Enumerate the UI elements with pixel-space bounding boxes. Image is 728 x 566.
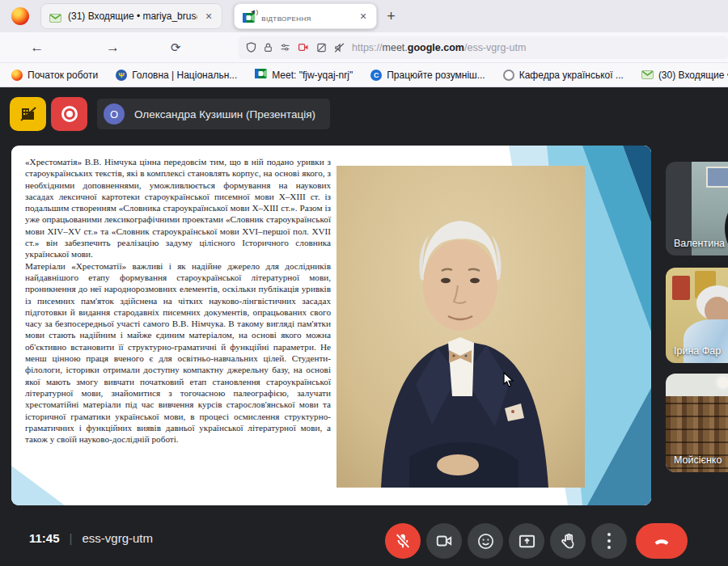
participant-tile[interactable]: Мойсієнко <box>666 374 728 472</box>
more-options-icon <box>607 533 611 549</box>
tab-inbox[interactable]: (31) Входящие • mariya_brus@ × <box>40 3 222 29</box>
meeting-code: ess-vgrg-utm <box>82 531 153 545</box>
close-icon[interactable]: × <box>204 10 214 23</box>
present-screen-icon <box>518 532 536 551</box>
raise-hand-icon <box>559 532 578 551</box>
tab-inbox-label: (31) Входящие • mariya_brus@ <box>68 11 197 22</box>
firefox-icon <box>11 70 23 81</box>
browser-tab-bar: (31) Входящие • mariya_brus@ × ◄) Meet: … <box>0 0 728 32</box>
reload-button[interactable]: ⟳ <box>164 40 187 55</box>
forward-button[interactable]: → <box>102 40 125 56</box>
browser-toolbar: ← → ⟳ https://meet.google.com/ess-vgrg-u… <box>0 32 728 63</box>
divider: | <box>70 531 73 545</box>
autoplay-blocked-icon[interactable] <box>333 42 345 53</box>
trident-icon: Ψ <box>116 70 127 81</box>
bookmark-national[interactable]: ΨГоловна | Національн... <box>116 70 237 81</box>
participant-tile[interactable]: Ірина Фар <box>666 268 728 363</box>
permissions-sliders-icon[interactable] <box>279 42 291 53</box>
bookmark-work-smarter[interactable]: СПрацюйте розумніш... <box>370 70 485 81</box>
camera-icon <box>435 532 453 550</box>
url-host: google.com <box>408 42 464 53</box>
meet-bottom-bar: 11:45 | ess-vgrg-utm <box>0 509 728 566</box>
more-options-button[interactable] <box>591 523 627 559</box>
tab-meet-title: Meet: "ess-vgrg-utm" <box>261 0 352 15</box>
mic-muted-icon <box>394 532 412 550</box>
meet-icon <box>255 69 267 81</box>
url-path: /ess-vgrg-utm <box>464 42 526 53</box>
url-subdomain: meet. <box>383 42 408 53</box>
call-controls <box>385 523 688 559</box>
close-icon[interactable]: × <box>358 10 368 23</box>
presentation-slide[interactable]: «Хрестоматія» В.В. Німчука цінна передов… <box>11 146 651 505</box>
bookmark-department[interactable]: Кафедра української ... <box>503 70 624 81</box>
building-slash-icon <box>19 105 38 123</box>
url-bar[interactable]: https://meet.google.com/ess-vgrg-utm <box>239 36 728 59</box>
end-call-button[interactable] <box>636 523 688 559</box>
mail-icon <box>641 69 654 82</box>
presenter-pill[interactable]: О Олександра Кузишин (Презентація) <box>97 99 330 129</box>
tab-audio-playing-icon: ◄) <box>250 8 259 15</box>
bookmarks-bar: Початок роботи ΨГоловна | Національн... … <box>0 63 728 87</box>
meet-page: О Олександра Кузишин (Презентація) «Хрес… <box>0 87 728 566</box>
lock-icon[interactable] <box>263 42 273 53</box>
record-extension-button[interactable] <box>51 97 87 131</box>
end-call-icon <box>651 530 672 551</box>
portrait-photo <box>336 166 585 488</box>
camera-permission-icon[interactable] <box>297 42 310 53</box>
participant-name: Валентина <box>674 238 725 249</box>
tab-meet[interactable]: ◄) Meet: "ess-vgrg-utm" ВІДТВОРЕННЯ × <box>234 3 377 29</box>
camera-button[interactable] <box>426 523 462 559</box>
participant-tile[interactable]: Валентина <box>666 162 728 256</box>
letter-c-icon: С <box>370 70 382 81</box>
slide-paragraph: «Хрестоматія» В.В. Німчука цінна передов… <box>25 156 331 260</box>
present-screen-button[interactable] <box>509 523 544 559</box>
slide-text-block: «Хрестоматія» В.В. Німчука цінна передов… <box>25 156 331 445</box>
back-button[interactable]: ← <box>26 40 49 56</box>
bookmark-inbox[interactable]: (30) Входящие • mariy... <box>641 69 728 82</box>
mic-mute-button[interactable] <box>385 523 421 559</box>
popup-blocked-icon[interactable] <box>315 42 328 53</box>
presenter-name: Олександра Кузишин (Презентація) <box>134 108 315 120</box>
url-text: https://meet.google.com/ess-vgrg-utm <box>352 42 526 53</box>
participant-name: Ірина Фар <box>674 345 721 357</box>
participant-name: Мойсієнко <box>674 454 722 466</box>
yellow-extension-button[interactable] <box>10 97 46 131</box>
raise-hand-button[interactable] <box>550 523 586 559</box>
bookmark-getting-started[interactable]: Початок роботи <box>11 70 98 81</box>
slide-paragraph: Матеріали «Хрестоматії» важливі і як над… <box>25 260 331 446</box>
reactions-smile-icon <box>476 532 495 551</box>
presenter-avatar: О <box>104 103 125 125</box>
firefox-logo-icon <box>11 7 29 25</box>
mail-icon <box>49 11 61 22</box>
bookmark-meet[interactable]: Meet: "fjw-yqaj-nrj" <box>255 69 353 81</box>
meet-icon: ◄) <box>243 11 255 22</box>
url-scheme: https:// <box>352 42 383 53</box>
new-tab-button[interactable]: + <box>387 8 396 25</box>
clock-time: 11:45 <box>29 531 60 545</box>
shield-icon[interactable] <box>245 41 257 53</box>
reactions-button[interactable] <box>468 523 503 559</box>
ring-icon <box>503 70 514 81</box>
mouse-cursor <box>503 372 514 388</box>
record-icon <box>61 106 78 122</box>
